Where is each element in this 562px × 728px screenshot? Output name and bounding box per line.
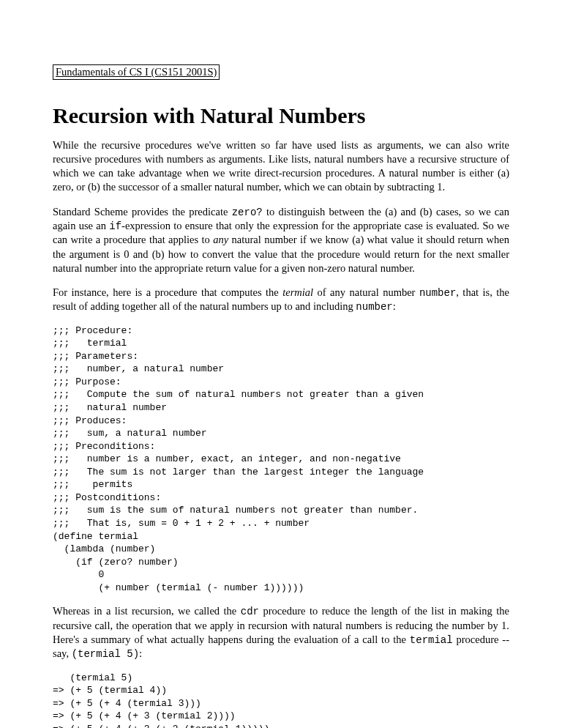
code-inline-call: (termial 5) [72, 648, 139, 660]
course-header: Fundamentals of CS I (CS151 2001S) [53, 64, 220, 80]
italic-termial: termial [282, 286, 313, 298]
code-inline-number: number [419, 287, 456, 299]
paragraph-scheme: Standard Scheme provides the predicate z… [53, 205, 509, 275]
code-block-evaluation-trace: (termial 5) => (+ 5 (termial 4)) => (+ 5… [53, 672, 509, 728]
text-span: of any natural number [313, 286, 419, 298]
text-span: Whereas in a list recursion, we called t… [53, 605, 241, 617]
text-span: : [393, 300, 396, 312]
paragraph-intro: While the recursive procedures we've wri… [53, 138, 509, 195]
code-inline-if: if [109, 220, 121, 232]
code-block-termial-definition: ;;; Procedure: ;;; termial ;;; Parameter… [53, 324, 509, 594]
paragraph-whereas: Whereas in a list recursion, we called t… [53, 604, 509, 661]
code-inline-zero: zero? [232, 207, 263, 218]
document-page: Fundamentals of CS I (CS151 2001S) Recur… [0, 0, 562, 728]
text-span: Standard Scheme provides the predicate [53, 206, 232, 218]
page-title: Recursion with Natural Numbers [53, 103, 509, 128]
paragraph-termial-intro: For instance, here is a procedure that c… [53, 286, 509, 314]
code-inline-number: number [356, 301, 392, 313]
code-inline-cdr: cdr [241, 606, 259, 617]
italic-any: any [213, 234, 228, 245]
code-inline-termial: termial [410, 634, 453, 646]
text-span: For instance, here is a procedure that c… [53, 286, 282, 298]
text-span: : [139, 647, 142, 659]
